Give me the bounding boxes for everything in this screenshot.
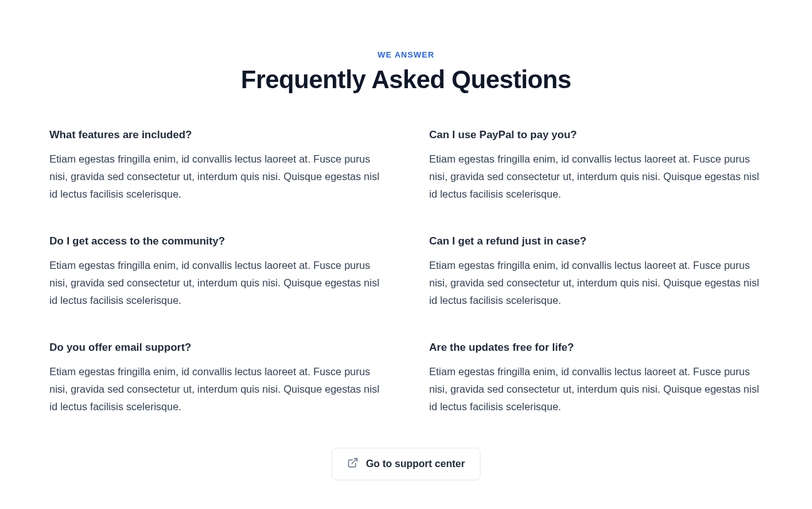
faq-item: Do you offer email support? Etiam egesta… (49, 341, 383, 415)
svg-line-0 (352, 459, 357, 464)
faq-item: Do I get access to the community? Etiam … (49, 235, 383, 309)
faq-question: Do I get access to the community? (49, 235, 383, 248)
faq-item: Can I get a refund just in case? Etiam e… (429, 235, 763, 309)
faq-question: Can I get a refund just in case? (429, 235, 763, 248)
faq-answer: Etiam egestas fringilla enim, id convall… (49, 363, 383, 415)
faq-answer: Etiam egestas fringilla enim, id convall… (429, 363, 763, 415)
cta-label: Go to support center (366, 458, 465, 470)
faq-section: WE ANSWER Frequently Asked Questions Wha… (24, 0, 788, 505)
eyebrow-label: WE ANSWER (49, 50, 763, 59)
page-title: Frequently Asked Questions (49, 66, 763, 94)
external-link-icon (347, 457, 358, 471)
cta-wrap: Go to support center (49, 448, 763, 480)
faq-item: What features are included? Etiam egesta… (49, 129, 383, 203)
faq-header: WE ANSWER Frequently Asked Questions (49, 50, 763, 94)
faq-answer: Etiam egestas fringilla enim, id convall… (49, 150, 383, 203)
faq-item: Are the updates free for life? Etiam ege… (429, 341, 763, 415)
faq-question: Do you offer email support? (49, 341, 383, 354)
faq-answer: Etiam egestas fringilla enim, id convall… (429, 256, 763, 309)
faq-grid: What features are included? Etiam egesta… (49, 129, 763, 415)
faq-answer: Etiam egestas fringilla enim, id convall… (49, 256, 383, 309)
faq-question: What features are included? (49, 129, 383, 141)
faq-answer: Etiam egestas fringilla enim, id convall… (429, 150, 763, 203)
support-center-button[interactable]: Go to support center (332, 448, 480, 480)
faq-item: Can I use PayPal to pay you? Etiam egest… (429, 129, 763, 203)
faq-question: Can I use PayPal to pay you? (429, 129, 763, 141)
faq-question: Are the updates free for life? (429, 341, 763, 354)
